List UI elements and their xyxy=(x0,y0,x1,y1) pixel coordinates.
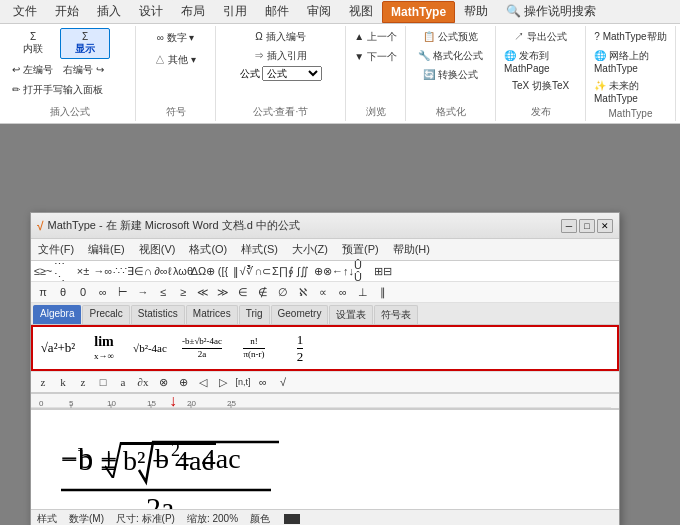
formula-preview-button[interactable]: 📋 公式预览 xyxy=(419,28,482,46)
sym-aleph[interactable]: ℵ xyxy=(293,283,313,301)
publish-mathpage-button[interactable]: 🌐 发布到MathPage xyxy=(500,47,581,76)
sym-prop[interactable]: ∝ xyxy=(313,283,333,301)
tab-help[interactable]: 帮助 xyxy=(455,0,497,23)
sym-oplus[interactable]: ⊕⊗ xyxy=(313,262,333,280)
tab-mail[interactable]: 邮件 xyxy=(256,0,298,23)
tab-start[interactable]: 开始 xyxy=(46,0,88,23)
sym-bracket-n[interactable]: [n,t] xyxy=(233,373,253,391)
insert-reference-button[interactable]: ⇒ 插入引用 xyxy=(250,47,311,65)
menu-view[interactable]: 视图(V) xyxy=(136,241,179,258)
menu-edit[interactable]: 编辑(E) xyxy=(85,241,128,258)
tab-mathtype[interactable]: MathType xyxy=(382,1,455,23)
sym-inf[interactable]: ∞ xyxy=(93,283,113,301)
tab-review[interactable]: 审阅 xyxy=(298,0,340,23)
sym-U1[interactable]: Û Û xyxy=(353,262,373,280)
sym-a[interactable]: a xyxy=(113,373,133,391)
template-sqrt-discrim[interactable]: √b²-4ac xyxy=(128,330,172,366)
tab-statistics[interactable]: Statistics xyxy=(131,305,185,324)
sym-partial[interactable]: ∂∞ℓ xyxy=(153,262,173,280)
sym-therefore[interactable]: ∴∵∃ xyxy=(113,262,133,280)
sym-cross[interactable]: ×± xyxy=(73,262,93,280)
tab-layout[interactable]: 布局 xyxy=(172,0,214,23)
sym-parallel[interactable]: ∥ xyxy=(373,283,393,301)
sym-norm[interactable]: ‖√∛ xyxy=(233,262,253,280)
sym-ltri[interactable]: ◁ xyxy=(193,373,213,391)
tab-reference[interactable]: 引用 xyxy=(214,0,256,23)
mathtype-future-button[interactable]: ✨ 未来的MathType xyxy=(590,77,671,106)
tab-precalc[interactable]: Precalc xyxy=(82,305,129,324)
menu-help[interactable]: 帮助(H) xyxy=(390,241,433,258)
sym-z2[interactable]: z xyxy=(73,373,93,391)
sym-inf2[interactable]: ∞ xyxy=(333,283,353,301)
sym-geq[interactable]: ≥ xyxy=(173,283,193,301)
other-button[interactable]: △ 其他 ▾ xyxy=(150,50,201,70)
menu-style[interactable]: 样式(S) xyxy=(238,241,281,258)
sym-notin[interactable]: ∉ xyxy=(253,283,273,301)
minimize-button[interactable]: ─ xyxy=(561,219,577,233)
inline-button[interactable]: Σ 内联 xyxy=(8,28,58,59)
tab-view[interactable]: 视图 xyxy=(340,0,382,23)
sym-integral[interactable]: ∫∬ xyxy=(293,262,313,280)
template-limit[interactable]: lim x→∞ xyxy=(82,330,126,366)
tab-design[interactable]: 设计 xyxy=(130,0,172,23)
sym-bracket1[interactable]: ([{ xyxy=(213,262,233,280)
sym-grid[interactable]: ⊞⊟ xyxy=(373,262,393,280)
sym-intersect[interactable]: ∩⊂ xyxy=(253,262,273,280)
left-number-button[interactable]: ↩ 左编号 xyxy=(8,61,57,79)
menu-format[interactable]: 格式(O) xyxy=(186,241,230,258)
sym-box[interactable]: □ xyxy=(93,373,113,391)
sym-ll[interactable]: ≪ xyxy=(193,283,213,301)
tab-insert[interactable]: 插入 xyxy=(88,0,130,23)
tab-settings[interactable]: 设置表 xyxy=(329,305,373,324)
mathtype-online-button[interactable]: 🌐 网络上的MathType xyxy=(590,47,671,76)
tab-search[interactable]: 🔍 操作说明搜索 xyxy=(497,0,605,23)
next-button[interactable]: ▼ 下一个 xyxy=(350,48,401,66)
switch-tex-button[interactable]: TeX 切换TeX xyxy=(508,77,573,95)
sym-delta[interactable]: ΔΩ⊕ xyxy=(193,262,213,280)
tab-trig[interactable]: Trig xyxy=(239,305,270,324)
sym-arrow[interactable]: →∞ xyxy=(93,262,113,280)
display-button[interactable]: Σ 显示 xyxy=(60,28,110,59)
sym-dots[interactable]: ⋯⋱ xyxy=(53,262,73,280)
sym-pi[interactable]: π xyxy=(33,283,53,301)
close-button[interactable]: ✕ xyxy=(597,219,613,233)
tab-symbols[interactable]: 符号表 xyxy=(374,305,418,324)
format-formula-button[interactable]: 🔧 格式化公式 xyxy=(414,47,487,65)
prev-button[interactable]: ▲ 上一个 xyxy=(350,28,401,46)
sym-sqrt[interactable]: √ xyxy=(273,373,293,391)
sym-implies[interactable]: → xyxy=(133,283,153,301)
menu-file[interactable]: 文件(F) xyxy=(35,241,77,258)
sym-otimes[interactable]: ⊗ xyxy=(153,373,173,391)
sym-leq[interactable]: ≤≥~ xyxy=(33,262,53,280)
sym-turnstile[interactable]: ⊢ xyxy=(113,283,133,301)
sym-dx[interactable]: ∂x xyxy=(133,373,153,391)
sym-oplus2[interactable]: ⊕ xyxy=(173,373,193,391)
convert-formula-button[interactable]: 🔄 转换公式 xyxy=(419,66,482,84)
sym-sum[interactable]: Σ∏∮ xyxy=(273,262,293,280)
mathtype-help-button[interactable]: ? MathType帮助 xyxy=(590,28,670,46)
sym-perp[interactable]: ⊥ xyxy=(353,283,373,301)
template-half[interactable]: 1 2 xyxy=(278,330,322,366)
sym-arrows2[interactable]: ←↑↓ xyxy=(333,262,353,280)
infinity-button[interactable]: ∞ 数字 ▾ xyxy=(152,28,200,48)
sym-in[interactable]: ∈ xyxy=(233,283,253,301)
mt-edit-area[interactable]: −b ± b² − 4ac −b ± xyxy=(31,409,619,509)
sym-empty[interactable]: ∅ xyxy=(273,283,293,301)
template-perm[interactable]: n! π(n-r) xyxy=(232,330,276,366)
menu-size[interactable]: 大小(Z) xyxy=(289,241,331,258)
insert-number-button[interactable]: Ω 插入编号 xyxy=(251,28,309,46)
sym-zero[interactable]: 0 xyxy=(73,283,93,301)
handwrite-button[interactable]: ✏ 打开手写输入面板 xyxy=(8,81,107,99)
sym-inf3[interactable]: ∞ xyxy=(253,373,273,391)
sym-leq2[interactable]: ≤ xyxy=(153,283,173,301)
menu-preset[interactable]: 预置(P) xyxy=(339,241,382,258)
sym-set[interactable]: ∈∩ xyxy=(133,262,153,280)
tab-algebra[interactable]: Algebra xyxy=(33,305,81,324)
sym-theta[interactable]: θ xyxy=(53,283,73,301)
sym-k[interactable]: k xyxy=(53,373,73,391)
tab-matrices[interactable]: Matrices xyxy=(186,305,238,324)
sym-rtri[interactable]: ▷ xyxy=(213,373,233,391)
template-sqrt-sum[interactable]: √a²+b² xyxy=(36,330,80,366)
formula-dropdown[interactable]: 公式 xyxy=(262,66,322,81)
template-quadratic[interactable]: -b±√b²-4ac 2a xyxy=(174,330,230,366)
